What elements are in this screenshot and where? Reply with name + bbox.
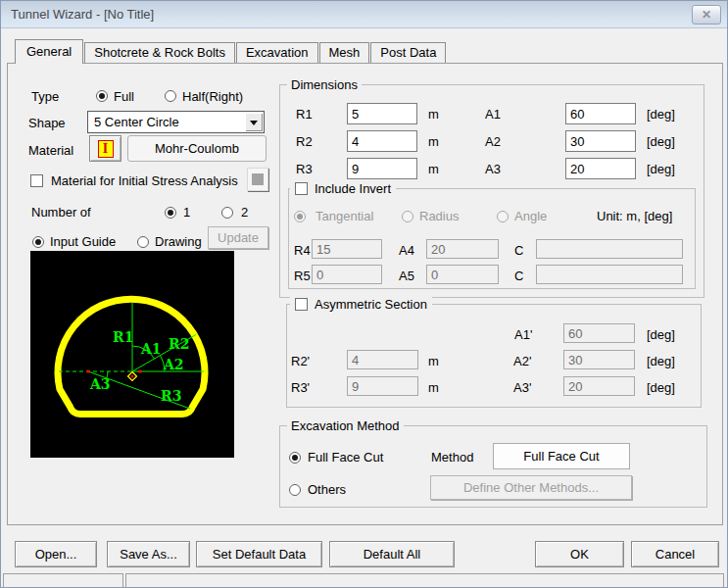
tab-mesh[interactable]: Mesh	[319, 42, 370, 63]
drawing-radio[interactable]	[137, 236, 149, 248]
open-button[interactable]: Open...	[15, 541, 97, 567]
a3-input[interactable]	[565, 158, 636, 179]
excavation-method-title: Excavation Method	[287, 418, 404, 433]
full-face-cut-radio[interactable]	[289, 452, 301, 464]
a4-input[interactable]	[426, 239, 499, 259]
method-value-box: Full Face Cut	[493, 443, 630, 469]
shape-combobox[interactable]: 5 Center Circle	[87, 111, 265, 133]
initial-stress-material-button[interactable]	[247, 168, 268, 191]
number-two-radio[interactable]	[221, 207, 233, 219]
input-guide-radio[interactable]	[32, 236, 44, 248]
status-panel-left	[3, 573, 123, 588]
angle-label: Angle	[514, 209, 547, 223]
a2p-label: A2'	[513, 354, 531, 368]
number-one-label: 1	[183, 205, 190, 220]
asymmetric-section-label: Asymmetric Section	[315, 297, 427, 312]
canvas-label-r2: R2	[169, 336, 189, 352]
define-other-methods-button[interactable]: Define Other Methods...	[430, 475, 632, 500]
c2-input[interactable]	[536, 265, 683, 284]
status-panel-right	[125, 573, 724, 588]
method-label: Method	[431, 450, 473, 465]
material-button[interactable]: I	[89, 135, 121, 162]
dimensions-group-title: Dimensions	[287, 77, 362, 92]
canvas-label-a2: A2	[163, 357, 184, 372]
title-bar: Tunnel Wizard - [No Title] ✕	[1, 1, 727, 28]
update-button[interactable]: Update	[208, 226, 268, 249]
r3-unit: m	[428, 162, 439, 176]
close-button[interactable]: ✕	[692, 5, 721, 24]
ok-button[interactable]: OK	[535, 541, 624, 567]
default-all-label: Default All	[364, 547, 421, 562]
number-one-radio[interactable]	[165, 207, 176, 219]
a3p-input[interactable]	[563, 376, 635, 396]
drawing-label: Drawing	[155, 234, 202, 249]
method-value: Full Face Cut	[523, 449, 599, 464]
left-point-marker	[87, 370, 90, 373]
r2p-unit: m	[428, 354, 439, 368]
r3-input[interactable]	[347, 158, 417, 179]
angle-radio[interactable]	[497, 211, 509, 222]
c1-label: C	[514, 243, 523, 258]
a5-input[interactable]	[426, 265, 499, 284]
r1-unit: m	[428, 107, 439, 122]
r1-input[interactable]	[347, 103, 417, 124]
c2-label: C	[514, 269, 523, 283]
c1-input[interactable]	[536, 239, 683, 259]
r4-input[interactable]	[312, 239, 382, 259]
r2-label: R2	[296, 134, 313, 149]
a3-label: A3	[485, 162, 501, 176]
cancel-button[interactable]: Cancel	[631, 541, 719, 567]
r5-input[interactable]	[312, 265, 382, 284]
r3p-input[interactable]	[347, 376, 418, 396]
a1p-unit: [deg]	[647, 327, 675, 342]
default-all-button[interactable]: Default All	[329, 541, 455, 567]
a4-label: A4	[399, 243, 414, 258]
cancel-button-label: Cancel	[655, 547, 695, 562]
combo-dropdown-button[interactable]	[245, 113, 263, 131]
tunnel-wizard-dialog: Tunnel Wizard - [No Title] ✕ General Sho…	[0, 0, 728, 588]
r1-label: R1	[296, 107, 313, 122]
a1p-input[interactable]	[563, 323, 635, 343]
tab-excavation[interactable]: Excavation	[236, 42, 318, 63]
a2p-unit: [deg]	[647, 354, 675, 368]
tangential-radio[interactable]	[294, 211, 306, 222]
radius-radio[interactable]	[402, 211, 413, 222]
a1-label: A1	[485, 107, 501, 122]
canvas-label-a3: A3	[89, 376, 111, 392]
a1-input[interactable]	[565, 103, 636, 124]
initial-stress-checkbox[interactable]	[30, 174, 43, 187]
tab-post-data[interactable]: Post Data	[370, 42, 446, 63]
a2p-input[interactable]	[563, 350, 635, 369]
r2p-input[interactable]	[347, 350, 418, 369]
tab-general[interactable]: General	[15, 39, 83, 64]
r3-label: R3	[296, 162, 313, 176]
type-full-radio[interactable]	[96, 90, 108, 102]
save-as-button[interactable]: Save As...	[107, 541, 190, 567]
full-face-cut-label: Full Face Cut	[308, 450, 383, 465]
general-tab-page: Type Full Half(Right) Shape 5 Center Cir…	[7, 63, 723, 525]
others-radio[interactable]	[289, 484, 301, 496]
r2-input[interactable]	[347, 130, 417, 152]
material-value: Mohr-Coulomb	[155, 141, 239, 156]
a2-unit: [deg]	[647, 134, 675, 149]
type-label: Type	[31, 89, 59, 104]
include-invert-checkbox[interactable]	[295, 182, 308, 195]
r2-unit: m	[428, 134, 439, 149]
number-of-label: Number of	[31, 205, 91, 220]
unit-label: Unit: m, [deg]	[597, 209, 672, 223]
include-invert-label: Include Invert	[315, 181, 391, 196]
canvas-label-r1: R1	[113, 329, 133, 345]
type-half-radio[interactable]	[165, 90, 176, 102]
type-half-label: Half(Right)	[182, 89, 243, 104]
a1p-label: A1'	[514, 327, 532, 342]
r3p-unit: m	[428, 380, 439, 395]
set-default-data-button[interactable]: Set Default Data	[196, 541, 322, 567]
open-button-label: Open...	[35, 547, 77, 562]
set-default-data-label: Set Default Data	[213, 547, 306, 562]
a2-input[interactable]	[565, 130, 636, 152]
a3-unit: [deg]	[647, 162, 675, 176]
canvas-label-a1: A1	[140, 341, 162, 357]
asymmetric-section-checkbox[interactable]	[295, 298, 308, 311]
include-invert-title: Include Invert	[290, 180, 396, 196]
tab-shotcrete-rock-bolts[interactable]: Shotcrete & Rock Bolts	[84, 42, 235, 63]
